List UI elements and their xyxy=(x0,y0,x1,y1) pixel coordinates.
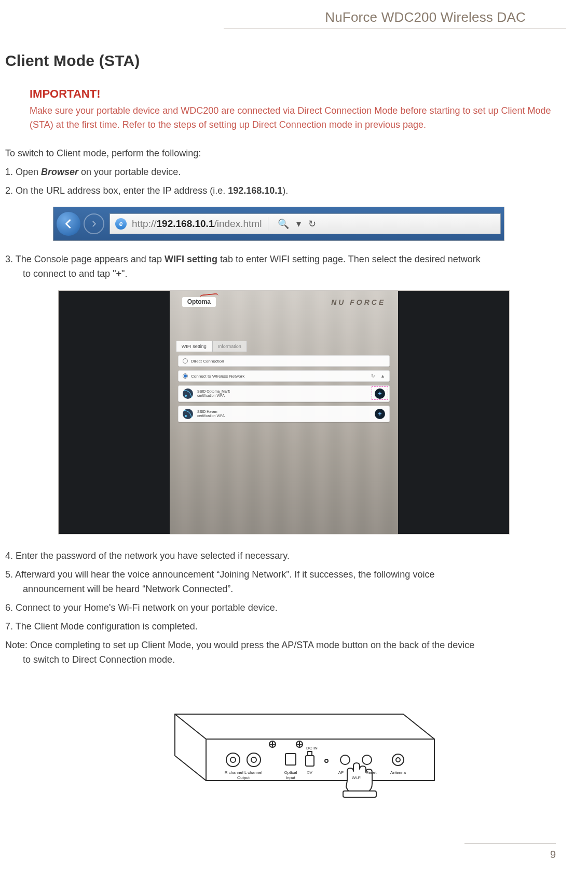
device-figure: R channel L channel Output Optical Input… xyxy=(144,683,450,802)
svg-rect-7 xyxy=(306,756,314,766)
network-1-text: SSID Haven certification WPA xyxy=(197,410,225,418)
network-0-text: SSID Optoma_Marft certification WPA xyxy=(197,390,230,398)
step-1-bold: Browser xyxy=(41,167,78,177)
section-title: Client Mode (STA) xyxy=(5,52,588,70)
svg-text:R channel   L channel: R channel L channel xyxy=(224,770,262,775)
ssid-label-1: SSID xyxy=(197,410,206,413)
svg-point-12 xyxy=(392,754,404,766)
svg-text:Wi-Fi: Wi-Fi xyxy=(351,775,361,780)
svg-point-11 xyxy=(362,755,372,764)
url-text: http://192.168.10.1/index.html xyxy=(132,218,262,230)
svg-text:Optical: Optical xyxy=(284,770,297,775)
lead-text: To switch to Client mode, perform the fo… xyxy=(5,146,588,161)
wifi-icon xyxy=(183,388,193,399)
plus-icon: + xyxy=(375,409,385,419)
wifi-icon xyxy=(183,409,193,419)
refresh-icon: ↻ xyxy=(308,218,316,230)
refresh-mini-icon: ↻ xyxy=(371,373,375,379)
dev-dc: DC IN xyxy=(306,746,318,750)
url-prefix: http:// xyxy=(132,218,157,229)
page-number: 9 xyxy=(550,849,556,861)
important-title: IMPORTANT! xyxy=(30,87,560,101)
svg-text:Reset: Reset xyxy=(365,770,377,775)
cert-1: WPA xyxy=(216,414,224,418)
step-7: 7. The Client Mode configuration is comp… xyxy=(5,620,588,634)
step-3-pre: 3. The Console page appears and tap xyxy=(5,254,165,264)
dropdown-icon: ▾ xyxy=(296,218,301,230)
step-3-plus: + xyxy=(116,269,122,279)
header-rule xyxy=(224,29,566,29)
step-2-post: ). xyxy=(282,185,288,196)
tab-wifi-setting: WIFI setting xyxy=(176,341,212,352)
row-direct-connection: Direct Connection xyxy=(178,355,390,367)
tab-information: Information xyxy=(212,341,247,352)
svg-point-2 xyxy=(247,753,261,767)
radio-icon xyxy=(183,358,188,364)
optoma-logo: Optoma xyxy=(182,297,216,307)
svg-rect-5 xyxy=(285,754,296,765)
svg-rect-8 xyxy=(308,752,312,756)
ie-icon: e xyxy=(115,218,127,230)
step-3-mid: tab to enter WIFI setting page. Then sel… xyxy=(217,254,481,264)
svg-point-1 xyxy=(230,757,236,762)
step-1: 1. Open Browser on your portable device. xyxy=(5,165,588,180)
ssid-1: Haven xyxy=(207,410,217,413)
note: Note: Once completing to set up Client M… xyxy=(5,638,588,667)
step-5-l1: 5. Afterward you will hear the voice ann… xyxy=(5,569,434,580)
important-body: Make sure your portable device and WDC20… xyxy=(30,104,560,132)
search-icon: 🔍 xyxy=(278,218,289,230)
row-connect-wireless: Connect to Wireless Network ↻▲ xyxy=(178,370,390,382)
row-connect-label: Connect to Wireless Network xyxy=(191,374,244,379)
svg-text:AP: AP xyxy=(338,770,344,775)
step-5: 5. Afterward you will hear the voice ann… xyxy=(5,568,588,597)
header-title: NuForce WDC200 Wireless DAC xyxy=(18,9,526,25)
url-suffix: /index.html xyxy=(214,218,262,229)
network-row-0: SSID Optoma_Marft certification WPA + xyxy=(178,385,390,402)
url-right: 🔍 ▾ ↻ xyxy=(268,217,323,231)
dev-ap: AP xyxy=(338,770,344,775)
collapse-icon: ▲ xyxy=(380,373,385,379)
svg-text:DC IN: DC IN xyxy=(306,746,318,750)
step-2: 2. On the URL address box, enter the IP … xyxy=(5,184,588,198)
step-6: 6. Connect to your Home's Wi-Fi network … xyxy=(5,601,588,615)
network-row-1: SSID Haven certification WPA + xyxy=(178,406,390,422)
svg-point-10 xyxy=(340,755,350,764)
step-3: 3. The Console page appears and tap WIFI… xyxy=(5,252,588,281)
tab-bar: WIFI setting Information xyxy=(176,341,247,352)
step-5-l2: announcement will be heard “Network Conn… xyxy=(5,582,588,597)
step-4: 4. Enter the password of the network you… xyxy=(5,549,588,564)
addressbar-figure: e http://192.168.10.1/index.html 🔍 ▾ ↻ xyxy=(53,207,504,241)
important-box: IMPORTANT! Make sure your portable devic… xyxy=(30,87,560,132)
row-direct-label: Direct Connection xyxy=(191,359,224,364)
forward-icon xyxy=(84,213,104,234)
url-box: e http://192.168.10.1/index.html 🔍 ▾ ↻ xyxy=(110,213,501,234)
dev-reset: Reset xyxy=(365,770,377,775)
dev-ant: Antenna xyxy=(390,770,406,775)
step-3-indent: to connect to and tap "+". xyxy=(5,267,588,281)
back-icon xyxy=(57,212,80,236)
svg-text:Input: Input xyxy=(286,775,296,780)
step-1-pre: 1. Open xyxy=(5,167,41,177)
svg-rect-14 xyxy=(343,791,376,797)
dev-opt: Optical xyxy=(284,770,297,775)
ssid-0: Optoma_Marft xyxy=(207,390,230,393)
cert-label-0: certification xyxy=(197,394,215,397)
note-l1: Note: Once completing to set up Client M… xyxy=(5,640,474,650)
url-ip: 192.168.10.1 xyxy=(157,218,214,229)
dev-rca: R channel L channel xyxy=(224,770,262,775)
dev-5v: 5V xyxy=(307,770,312,775)
note-l2: to switch to Direct Connection mode. xyxy=(5,653,588,667)
plus-icon: + xyxy=(375,388,385,399)
radio-on-icon xyxy=(183,373,188,379)
step-3-indent-post: ". xyxy=(121,269,127,279)
svg-text:Antenna: Antenna xyxy=(390,770,406,775)
nuforce-logo: NU FORCE xyxy=(331,298,386,306)
step-3-bold: WIFI setting xyxy=(165,254,217,264)
dev-rca2: Output xyxy=(237,775,250,780)
svg-point-3 xyxy=(251,757,256,762)
svg-point-9 xyxy=(325,759,328,762)
svg-point-13 xyxy=(396,758,400,762)
dev-wifi: Wi-Fi xyxy=(351,775,361,780)
step-3-indent-pre: to connect to and tap " xyxy=(23,269,116,279)
svg-text:5V: 5V xyxy=(307,770,312,775)
